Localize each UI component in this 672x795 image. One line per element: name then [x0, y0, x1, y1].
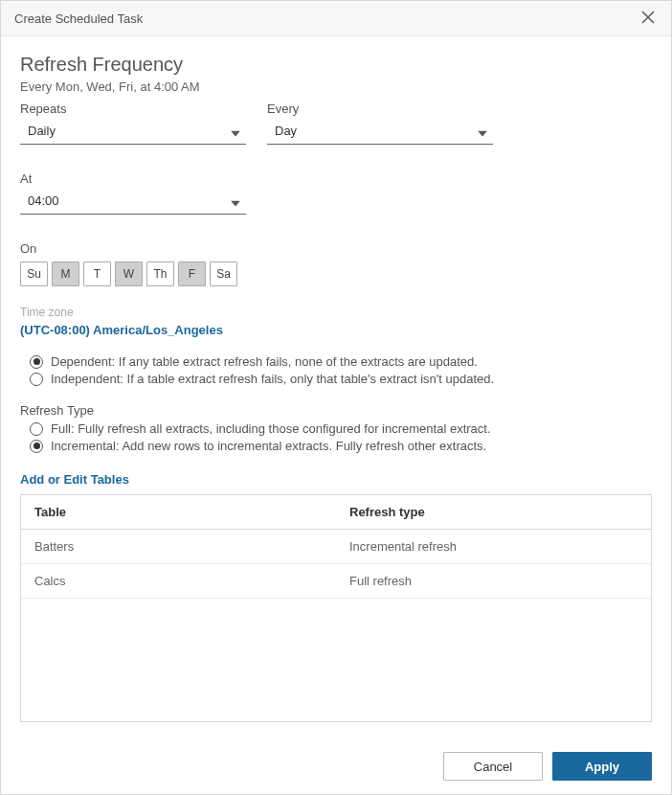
- every-select[interactable]: Day: [267, 120, 493, 145]
- cancel-button[interactable]: Cancel: [443, 752, 543, 781]
- table-cell-type: Incremental refresh: [336, 530, 651, 563]
- chevron-down-icon: [478, 125, 487, 139]
- table-header-table: Table: [21, 495, 336, 529]
- refresh-type-incremental-label: Incremental: Add new rows to incremental…: [51, 439, 486, 453]
- at-value: 04:00: [28, 193, 59, 208]
- every-label: Every: [267, 102, 493, 116]
- table-cell-type: Full refresh: [336, 564, 651, 598]
- timezone-link[interactable]: (UTC-08:00) America/Los_Angeles: [20, 323, 652, 337]
- at-select[interactable]: 04:00: [20, 190, 246, 215]
- apply-button[interactable]: Apply: [552, 752, 652, 781]
- radio-icon: [30, 422, 43, 436]
- close-icon: [641, 11, 655, 27]
- day-toggle-t[interactable]: T: [83, 261, 111, 286]
- add-edit-tables-link[interactable]: Add or Edit Tables: [20, 472, 652, 487]
- dependency-dependent-label: Dependent: If any table extract refresh …: [51, 354, 478, 369]
- repeats-select[interactable]: Daily: [20, 120, 246, 145]
- dependency-radio-independent[interactable]: Independent: If a table extract refresh …: [30, 372, 652, 386]
- repeats-value: Daily: [28, 124, 56, 138]
- tables-table: Table Refresh type BattersIncremental re…: [20, 494, 652, 722]
- dependency-independent-label: Independent: If a table extract refresh …: [51, 372, 494, 386]
- refresh-type-full-label: Full: Fully refresh all extracts, includ…: [51, 421, 491, 436]
- at-label: At: [20, 171, 246, 186]
- table-row: CalcsFull refresh: [21, 564, 651, 599]
- table-header-row: Table Refresh type: [21, 495, 651, 530]
- chevron-down-icon: [231, 125, 240, 139]
- table-header-type: Refresh type: [336, 495, 651, 529]
- radio-icon: [30, 440, 43, 453]
- refresh-type-radio-incremental[interactable]: Incremental: Add new rows to incremental…: [30, 439, 652, 453]
- day-toggle-m[interactable]: M: [52, 261, 79, 286]
- timezone-label: Time zone: [20, 306, 652, 319]
- dependency-radio-dependent[interactable]: Dependent: If any table extract refresh …: [30, 354, 652, 369]
- day-toggle-sa[interactable]: Sa: [210, 261, 237, 286]
- dialog-title: Create Scheduled Task: [14, 11, 143, 26]
- day-toggle-th[interactable]: Th: [146, 261, 174, 286]
- day-toggle-su[interactable]: Su: [20, 261, 48, 286]
- repeats-label: Repeats: [20, 102, 246, 116]
- table-cell-name: Batters: [21, 530, 336, 563]
- refresh-type-radio-full[interactable]: Full: Fully refresh all extracts, includ…: [30, 421, 652, 436]
- day-toggle-w[interactable]: W: [115, 261, 143, 286]
- on-label: On: [20, 241, 652, 256]
- chevron-down-icon: [231, 194, 240, 209]
- day-toggle-f[interactable]: F: [178, 261, 206, 286]
- table-row: BattersIncremental refresh: [21, 530, 651, 564]
- table-cell-name: Calcs: [21, 564, 336, 598]
- refresh-type-heading: Refresh Type: [20, 403, 652, 418]
- radio-icon: [30, 355, 43, 369]
- close-button[interactable]: [638, 9, 658, 28]
- every-value: Day: [275, 124, 297, 138]
- schedule-summary: Every Mon, Wed, Fri, at 4:00 AM: [20, 80, 652, 94]
- radio-icon: [30, 373, 43, 386]
- page-heading: Refresh Frequency: [20, 54, 652, 76]
